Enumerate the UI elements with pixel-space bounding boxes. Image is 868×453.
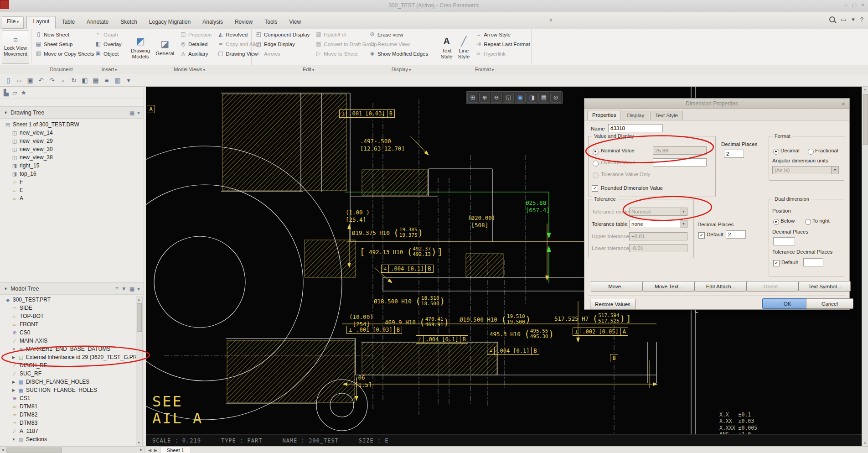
component-display-button[interactable]: ◰Component Display <box>253 30 311 39</box>
tree-item[interactable]: ▶ ◲ External Inheritance id 29 (3620_TES… <box>3 353 136 361</box>
tree-list-icon[interactable]: ▦ <box>129 286 134 292</box>
tree-item[interactable]: ▱ A <box>3 194 144 203</box>
first-sheet-icon[interactable]: ◀ <box>148 448 151 453</box>
tree-item[interactable]: ▱ F <box>3 178 144 186</box>
tree-item[interactable]: ✕ ∗ MARKER1_END_BASE_DATUMS <box>3 345 136 353</box>
scroll-up-icon[interactable]: ▲ <box>863 87 868 92</box>
datum-display-icon[interactable]: ⊘ <box>550 93 561 103</box>
redo-icon[interactable]: ↷ <box>47 76 57 85</box>
decimal-places-input[interactable] <box>724 150 744 158</box>
resume-view-button[interactable]: ⊙Resume View <box>367 40 430 48</box>
dropdown-arrow-icon[interactable]: ▾ <box>680 208 687 215</box>
canvas-scrollbar[interactable]: ▲ ▼ <box>862 87 868 446</box>
regenerate-icon[interactable]: ↻ <box>69 76 78 85</box>
feature-control-frame[interactable]: ⊥ .001 [0.03] B <box>339 109 395 118</box>
group-label-insert[interactable]: Insert <box>91 65 127 74</box>
tree-item[interactable]: ⊕ CS0 <box>3 328 136 337</box>
dual-default-input[interactable] <box>803 258 823 266</box>
dimension-label[interactable]: Ø25.88 [657.4] <box>526 199 550 213</box>
model-tree-toggle-icon[interactable]: ▙ <box>4 89 9 96</box>
collapse-section-icon[interactable]: ▼ <box>4 286 8 291</box>
dropdown-icon[interactable]: ▾ <box>124 76 133 85</box>
cancel-button[interactable]: Cancel <box>806 298 853 309</box>
repeat-last-format-button[interactable]: ⇉Repeat Last Format <box>473 40 532 48</box>
tree-item[interactable]: ∕ SUC_RF <box>3 370 136 378</box>
display-style-icon[interactable]: ◨ <box>527 93 537 103</box>
show-modified-edges-button[interactable]: ◈Show Modified Edges <box>367 49 430 58</box>
dimension-stacked[interactable]: Ø18.500 H10 ( 18.510 18.500 ) <box>374 296 445 307</box>
scrollbar-thumb[interactable] <box>6 448 62 453</box>
refit-icon[interactable]: ◱ <box>503 93 514 103</box>
tree-item[interactable]: ◫ new_view_29 <box>3 137 144 145</box>
angular-units-dropdown[interactable]: (As Is) ▾ <box>772 166 839 174</box>
dimension-label[interactable]: (Ø20.00) [508] <box>468 214 495 229</box>
tree-item[interactable]: ▤ Sheet 1 of 300_TEST.DRW <box>3 120 144 129</box>
tree-item[interactable]: ∕ DISCH_RF <box>3 361 136 370</box>
to-right-radio[interactable] <box>805 219 811 225</box>
ok-button[interactable]: OK <box>762 298 812 309</box>
undo-icon[interactable]: ↶ <box>36 76 46 85</box>
repaint-icon[interactable]: ▣ <box>515 93 526 103</box>
nominal-value-radio[interactable] <box>593 149 599 155</box>
maximize-icon[interactable]: ◻ <box>852 2 857 8</box>
auxiliary-button[interactable]: ◬Auxiliary <box>178 49 213 58</box>
below-radio[interactable] <box>773 219 779 225</box>
dialog-tab[interactable]: Display <box>622 111 649 120</box>
tree-list-icon[interactable]: ▦ <box>129 109 134 116</box>
feature-control-frame[interactable]: ⊥ .002 [0.05] A <box>573 328 628 336</box>
close-icon[interactable]: × <box>839 100 847 107</box>
ribbon-tab[interactable]: Table <box>56 17 81 29</box>
dimension-stacked[interactable]: Ø19.375 H10 ( 19.385 19.375 ) <box>352 227 424 238</box>
dimension-label[interactable]: SEE AIL A <box>152 393 178 426</box>
edge-display-button[interactable]: ◳Edge Display <box>253 40 311 48</box>
tree-item[interactable]: ▱ FRONT <box>3 320 136 328</box>
ribbon-tab[interactable]: Annotate <box>81 17 114 29</box>
ribbon-tab[interactable]: Legacy Migration <box>143 17 196 29</box>
scroll-up-icon[interactable]: ▲ <box>136 297 141 302</box>
search-icon[interactable] <box>829 16 835 22</box>
erase-view-button[interactable]: ⊘Erase view <box>367 30 430 39</box>
name-input[interactable] <box>608 124 663 132</box>
overlay-button[interactable]: ◧Overlay <box>93 40 124 48</box>
scroll-left-icon[interactable]: ◀ <box>0 447 5 453</box>
group-label-display[interactable]: Display <box>365 65 437 74</box>
options-icon[interactable]: ▾ <box>852 16 855 23</box>
dimension-stacked[interactable]: 495.3 H10 ( 495.55 495.30 ) <box>490 328 554 339</box>
tol-decimal-places-input[interactable] <box>726 230 746 239</box>
ribbon-tab[interactable]: Analysis <box>196 17 229 29</box>
dialog-tab[interactable]: Properties <box>587 110 621 120</box>
dialog-action-button[interactable]: Text Symbol... <box>799 281 851 292</box>
object-button[interactable]: ▣Object <box>93 49 124 58</box>
dialog-action-button[interactable]: Move Text... <box>643 281 695 292</box>
new-file-icon[interactable]: ▯ <box>4 76 13 85</box>
dropdown-arrow-icon[interactable]: ▾ <box>680 220 687 228</box>
dimension-label[interactable]: .497-.500 [12.63-12.70] <box>360 138 405 152</box>
tree-item[interactable]: ▱ SIDE <box>3 304 136 312</box>
drawing-models-button[interactable]: ◩Drawing Models <box>129 30 152 65</box>
saved-orientations-icon[interactable]: ▤ <box>538 93 549 103</box>
upper-tolerance-input[interactable] <box>629 232 687 240</box>
scroll-down-icon[interactable]: ▼ <box>863 441 868 446</box>
tree-item[interactable]: ◆ 300_TEST.PRT <box>3 296 136 304</box>
panel-hscrollbar[interactable]: ◀ ▶ <box>0 447 145 453</box>
tree-item[interactable]: ▶ ▦ SUCTION_FLANGE_HOLES <box>3 386 136 394</box>
feature-control-frame[interactable]: ∠ .004 [0.1] B <box>381 265 434 273</box>
favorites-icon[interactable]: ★ <box>21 89 27 96</box>
line-style-button[interactable]: ╱Line Style <box>456 30 472 65</box>
tree-item[interactable]: ▱ DTM81 <box>3 402 136 411</box>
tree-item[interactable]: ▶ ▦ DISCH_FLANGE_HOLES <box>3 378 136 386</box>
group-label-edit[interactable]: Edit <box>252 65 365 74</box>
dialog-action-button[interactable]: Edit Attach... <box>695 281 747 292</box>
feature-control-frame[interactable]: ∠ .004 [0.1] B <box>487 347 539 355</box>
graph-button[interactable]: ≈Graph <box>93 30 124 39</box>
help-icon[interactable]: ? <box>860 16 863 23</box>
hyperlink-button[interactable]: ∞Hyperlink <box>473 49 532 58</box>
layers-icon[interactable]: ≡ <box>102 76 111 85</box>
tree-item[interactable]: ⊕ CS1 <box>3 394 136 402</box>
dropdown-arrow-icon[interactable]: ▾ <box>831 167 838 174</box>
text-style-button[interactable]: AText Style <box>439 30 455 65</box>
fractional-radio[interactable] <box>808 149 814 155</box>
tree-item[interactable]: ▱ E <box>3 186 144 194</box>
group-label-model-views[interactable]: Model Views <box>127 65 252 74</box>
ribbon-tab[interactable]: Sketch <box>114 17 143 29</box>
